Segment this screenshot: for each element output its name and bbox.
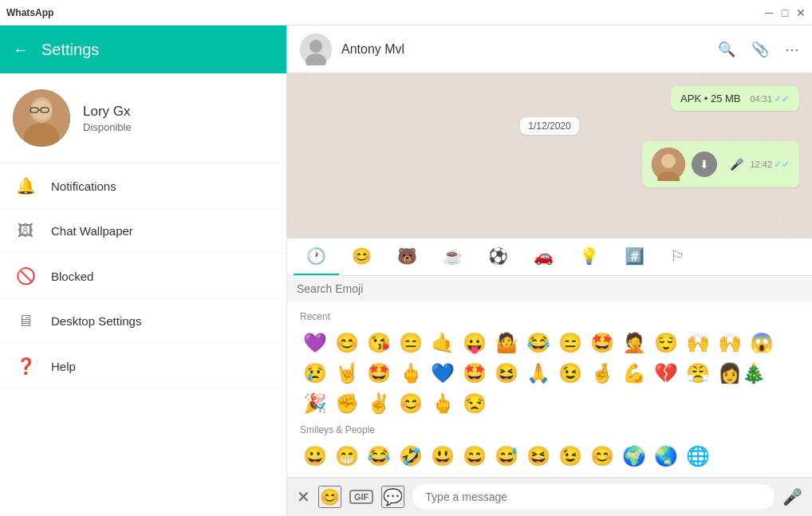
settings-menu: 🔔 Notifications 🖼 Chat Wallpaper 🚫 Block…: [0, 163, 286, 516]
sidebar-item-help[interactable]: ❓ Help: [0, 344, 286, 389]
emoji-tab-travel[interactable]: 🚗: [521, 238, 566, 275]
emoji-cell[interactable]: 🙏: [523, 359, 554, 388]
voice-avatar: [652, 148, 685, 181]
user-profile[interactable]: Lory Gx Disponible: [0, 73, 286, 163]
maximize-button[interactable]: □: [780, 8, 790, 18]
emoji-cell[interactable]: 😆: [523, 442, 554, 471]
emoji-tab-activities[interactable]: ⚽: [475, 238, 521, 275]
emoji-cell[interactable]: 💪: [619, 359, 649, 388]
sidebar-item-blocked[interactable]: 🚫 Blocked: [0, 254, 286, 299]
minimize-button[interactable]: ─: [764, 8, 774, 18]
sidebar-item-chat-wallpaper[interactable]: 🖼 Chat Wallpaper: [0, 209, 286, 254]
emoji-cell[interactable]: 😤: [683, 359, 713, 388]
emoji-cell[interactable]: 😒: [459, 389, 490, 418]
blocked-icon: 🚫: [16, 266, 35, 286]
chat-avatar: [300, 33, 332, 65]
help-icon: ❓: [16, 356, 35, 376]
emoji-close-button[interactable]: ✕: [297, 487, 310, 506]
emoji-picker: 🕐😊🐻☕⚽🚗💡#️⃣🏳 Recent💜😊😘😑🤙😛🤷😂😑🤩🤦😌🙌🙌😱😢🤘🤩🖕💙🤩😆…: [287, 238, 812, 477]
chat-wallpaper-icon: 🖼: [16, 222, 35, 240]
emoji-cell[interactable]: 💔: [651, 359, 681, 388]
emoji-cell[interactable]: ✊: [332, 389, 362, 418]
emoji-cell[interactable]: 😂: [523, 329, 554, 357]
emoji-cell[interactable]: 😊: [332, 329, 362, 357]
emoji-cell[interactable]: 😅: [491, 442, 522, 471]
emoji-cell[interactable]: 🤣: [396, 442, 426, 471]
emoji-cell[interactable]: 😢: [300, 359, 330, 388]
sidebar-item-notifications[interactable]: 🔔 Notifications: [0, 163, 286, 209]
emoji-cell[interactable]: 😌: [651, 329, 681, 357]
emoji-cell[interactable]: 😱: [747, 329, 777, 357]
emoji-cell[interactable]: 🤞: [587, 359, 617, 388]
user-name: Lory Gx: [83, 104, 132, 120]
emoji-cell[interactable]: 💙: [428, 359, 458, 388]
emoji-cell[interactable]: 😁: [332, 442, 362, 471]
emoji-tab-smileys[interactable]: 😊: [339, 238, 384, 275]
emoji-search-input[interactable]: [287, 276, 812, 301]
emoji-tab-recent[interactable]: 🕐: [294, 238, 339, 275]
emoji-cell[interactable]: 🤩: [459, 359, 490, 388]
chat-panel: Antony Mvl 🔍 📎 ⋯ APK • 25 MB 04:31 ✓✓ 1/…: [287, 26, 812, 516]
gif-button[interactable]: GIF: [349, 490, 373, 504]
window-controls: ─ □ ✕: [764, 8, 806, 18]
emoji-cell[interactable]: 😘: [364, 329, 394, 357]
emoji-cell[interactable]: 🤦: [619, 329, 649, 357]
emoji-button[interactable]: 😊: [318, 486, 341, 508]
emoji-tab-animals[interactable]: 🐻: [384, 238, 430, 275]
settings-header: ← Settings: [0, 26, 286, 73]
desktop-settings-icon: 🖥: [16, 312, 35, 330]
emoji-cell[interactable]: 🌏: [651, 442, 681, 471]
emoji-cell[interactable]: 😉: [555, 359, 585, 388]
emoji-section-title: Smileys & People: [300, 424, 799, 435]
user-status: Disponible: [83, 121, 132, 133]
back-button[interactable]: ←: [13, 41, 29, 59]
file-info: APK • 25 MB: [680, 93, 740, 104]
date-bubble: 1/12/2020: [520, 117, 578, 135]
emoji-cell[interactable]: 😃: [428, 442, 458, 471]
emoji-cell[interactable]: 🎉: [300, 389, 330, 418]
emoji-cell[interactable]: 😊: [587, 442, 617, 471]
play-button[interactable]: ⬇: [692, 152, 717, 177]
emoji-cell[interactable]: 🤘: [332, 359, 362, 388]
emoji-cell[interactable]: 🌍: [619, 442, 649, 471]
emoji-tab-food[interactable]: ☕: [430, 238, 475, 275]
emoji-cell[interactable]: 👩‍🎄: [715, 359, 769, 388]
emoji-cell[interactable]: 🖕: [428, 389, 458, 418]
close-button[interactable]: ✕: [796, 8, 806, 18]
emoji-cell[interactable]: ✌: [364, 389, 394, 418]
emoji-cell[interactable]: 🤙: [428, 329, 458, 357]
sticker-button[interactable]: 💬: [381, 486, 404, 508]
emoji-cell[interactable]: 🖕: [396, 359, 426, 388]
mic-button[interactable]: 🎤: [782, 487, 802, 506]
emoji-cell[interactable]: 😆: [491, 359, 522, 388]
emoji-cell[interactable]: 😀: [300, 442, 330, 471]
emoji-tab-flags[interactable]: 🏳: [657, 239, 699, 275]
sidebar-item-label: Chat Wallpaper: [51, 224, 133, 238]
emoji-cell[interactable]: 🙌: [683, 329, 713, 357]
message-input[interactable]: [412, 484, 775, 510]
emoji-cell[interactable]: 💜: [300, 329, 330, 357]
emoji-tab-objects[interactable]: 💡: [566, 238, 612, 275]
search-button[interactable]: 🔍: [718, 41, 735, 58]
emoji-cell[interactable]: 😑: [396, 329, 426, 357]
emoji-cell[interactable]: 😊: [396, 389, 426, 418]
emoji-cell[interactable]: 🙌: [715, 329, 745, 357]
emoji-cell[interactable]: 🤷: [491, 329, 522, 357]
sidebar-item-label: Desktop Settings: [51, 314, 141, 328]
notifications-icon: 🔔: [16, 176, 35, 195]
more-button[interactable]: ⋯: [785, 41, 799, 58]
emoji-cell[interactable]: 😄: [459, 442, 490, 471]
emoji-cell[interactable]: 😛: [459, 329, 490, 357]
emoji-cell[interactable]: 🌐: [683, 442, 713, 471]
emoji-cell[interactable]: 🤩: [364, 359, 394, 388]
emoji-cell[interactable]: 😉: [555, 442, 585, 471]
chat-contact-name: Antony Mvl: [341, 42, 708, 57]
attach-button[interactable]: 📎: [751, 41, 769, 58]
message-voice: ⬇ 🎤 12:42 ✓✓: [642, 141, 799, 187]
emoji-cell[interactable]: 😂: [364, 442, 394, 471]
emoji-cell[interactable]: 😑: [555, 329, 585, 357]
sidebar-item-desktop-settings[interactable]: 🖥 Desktop Settings: [0, 299, 286, 344]
emoji-tab-symbols[interactable]: #️⃣: [612, 238, 657, 275]
voice-meta: 12:42 ✓✓: [750, 159, 790, 170]
emoji-cell[interactable]: 🤩: [587, 329, 617, 357]
